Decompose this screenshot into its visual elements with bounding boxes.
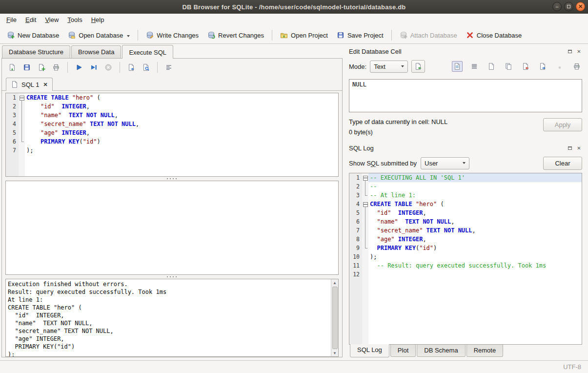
fold-margin: [362, 252, 368, 261]
scroll-up-icon[interactable]: ▲: [331, 279, 338, 286]
close-tab-icon[interactable]: ✕: [43, 82, 47, 88]
submitter-value: User: [425, 160, 438, 167]
print-sql-button[interactable]: [50, 61, 62, 74]
tab-database-structure[interactable]: Database Structure: [2, 45, 70, 58]
main-toolbar: New DatabaseOpen DatabaseWrite ChangesRe…: [0, 27, 588, 44]
fold-marker-icon: [362, 226, 368, 235]
sql-document-icon: [11, 81, 19, 88]
execution-status-log[interactable]: Execution finished without errors.Result…: [5, 279, 339, 357]
project-save-icon: [337, 31, 345, 39]
log-line: PRIMARY KEY("id"): [8, 343, 329, 351]
code-text: -- Result: query executed successfully. …: [368, 261, 582, 270]
cell-value-editor[interactable]: NULL: [349, 79, 582, 112]
clear-button[interactable]: Clear: [543, 157, 582, 170]
revert-changes-button[interactable]: Revert Changes: [203, 29, 268, 41]
line-number: 6: [349, 217, 362, 226]
print-cell-button[interactable]: [571, 61, 582, 72]
float-dock-icon[interactable]: [567, 145, 573, 151]
open-project-label: Open Project: [291, 32, 328, 39]
write-changes-button[interactable]: Write Changes: [142, 29, 203, 41]
filter-label: Show SQL submitted by: [349, 160, 417, 167]
scroll-down-icon[interactable]: ▼: [331, 350, 338, 356]
tab-browse-data[interactable]: Browse Data: [71, 45, 121, 58]
splitter-handle[interactable]: [2, 177, 342, 181]
code-line-8: 8 "age" INTEGER,: [349, 235, 582, 244]
code-text: -- At line 1:: [368, 191, 582, 200]
set-null-button: [554, 61, 565, 72]
db-revert-icon: [207, 31, 215, 39]
cell-mode-row: Mode: Text: [349, 60, 582, 73]
open-database-button[interactable]: Open Database: [64, 29, 134, 41]
close-database-button[interactable]: Close Database: [462, 29, 526, 41]
tab-db-schema[interactable]: DB Schema: [417, 345, 465, 357]
tab-plot[interactable]: Plot: [390, 345, 416, 357]
sql-log-dock-header: SQL Log ✕: [349, 144, 582, 152]
toolbar-separator: [138, 30, 138, 41]
log-line: Execution finished without errors.: [8, 280, 329, 288]
find-in-sql-button[interactable]: [140, 61, 152, 74]
mode-select[interactable]: Text: [370, 61, 408, 73]
export-results-button[interactable]: [125, 61, 138, 74]
open-database-label: Open Database: [79, 32, 123, 39]
app-window: DB Browser for SQLite - /home/user/code/…: [0, 0, 588, 373]
play-line-icon: [90, 63, 98, 71]
sql-log-editor[interactable]: 1-- EXECUTING ALL IN 'SQL 1'2--3-- At li…: [349, 173, 582, 345]
open-sql-file-button[interactable]: [6, 61, 19, 74]
tab-remote[interactable]: Remote: [466, 345, 504, 357]
tab-sql-log[interactable]: SQL Log: [350, 344, 389, 357]
line-number: 1: [349, 173, 362, 182]
code-line-2: 2 "id" INTEGER,: [6, 102, 338, 111]
open-sql-new-tab-button[interactable]: [35, 61, 48, 74]
menu-help[interactable]: Help: [87, 14, 109, 27]
fold-marker-icon: [362, 217, 368, 226]
menu-file[interactable]: File: [2, 14, 21, 27]
code-text: "age" INTEGER,: [368, 235, 582, 244]
import-text-button[interactable]: [411, 60, 425, 73]
tab-sql-1[interactable]: SQL 1 ✕: [6, 78, 53, 91]
text-view-toggle-button[interactable]: [452, 61, 463, 72]
fold-marker-icon[interactable]: [362, 173, 368, 182]
export-cell-data-button[interactable]: [537, 61, 548, 72]
menu-edit[interactable]: Edit: [21, 14, 41, 27]
dropdown-arrow-icon[interactable]: [127, 35, 130, 37]
save-sql-file-button[interactable]: [20, 61, 33, 74]
minimize-icon[interactable]: –: [552, 2, 562, 11]
tab-execute-sql[interactable]: Execute SQL: [122, 45, 173, 59]
fold-marker-icon[interactable]: [362, 200, 368, 208]
mode-value: Text: [374, 63, 385, 70]
execute-all-button[interactable]: [73, 61, 85, 74]
paste-cell-data-button[interactable]: [503, 61, 514, 72]
fold-marker-icon: [362, 235, 368, 244]
code-text: "id" INTEGER,: [25, 102, 338, 111]
code-line-5: 5 "id" INTEGER,: [349, 208, 582, 217]
close-icon[interactable]: ✕: [576, 2, 585, 11]
close-dock-icon[interactable]: ✕: [576, 145, 582, 151]
splitter-handle-2[interactable]: [2, 275, 342, 279]
db-new-icon: [7, 31, 15, 39]
new-database-label: New Database: [18, 32, 59, 39]
sql-editor[interactable]: 1CREATE TABLE "hero" (2 "id" INTEGER,3 "…: [5, 93, 339, 177]
code-line-11: 11 -- Result: query executed successfull…: [349, 261, 582, 270]
printer-icon: [573, 62, 581, 70]
save-project-button[interactable]: Save Project: [333, 29, 387, 41]
open-project-button[interactable]: Open Project: [276, 29, 332, 41]
scrollbar-thumb[interactable]: [332, 287, 338, 349]
close-dock-icon[interactable]: ✕: [576, 48, 582, 55]
float-dock-icon[interactable]: [567, 48, 573, 55]
auto-format-sql-button[interactable]: [162, 61, 175, 74]
submitter-select[interactable]: User: [421, 157, 469, 169]
bottom-tabbar: SQL LogPlotDB SchemaRemote: [349, 345, 582, 358]
menu-tools[interactable]: Tools: [63, 14, 86, 27]
word-wrap-button[interactable]: [469, 61, 480, 72]
vertical-scrollbar[interactable]: ▲ ▼: [331, 279, 338, 356]
execute-current-line-button[interactable]: [87, 61, 100, 74]
sql-tabbar: SQL 1 ✕: [2, 76, 342, 91]
new-database-button[interactable]: New Database: [3, 29, 63, 41]
doc-import-red-icon: [522, 62, 529, 70]
menu-view[interactable]: View: [41, 14, 63, 27]
import-cell-data-button[interactable]: [520, 61, 531, 72]
maximize-icon[interactable]: [564, 2, 573, 11]
fold-marker-icon[interactable]: [19, 93, 25, 102]
copy-cell-data-button[interactable]: [486, 61, 497, 72]
sql-toolbar: [2, 59, 342, 76]
